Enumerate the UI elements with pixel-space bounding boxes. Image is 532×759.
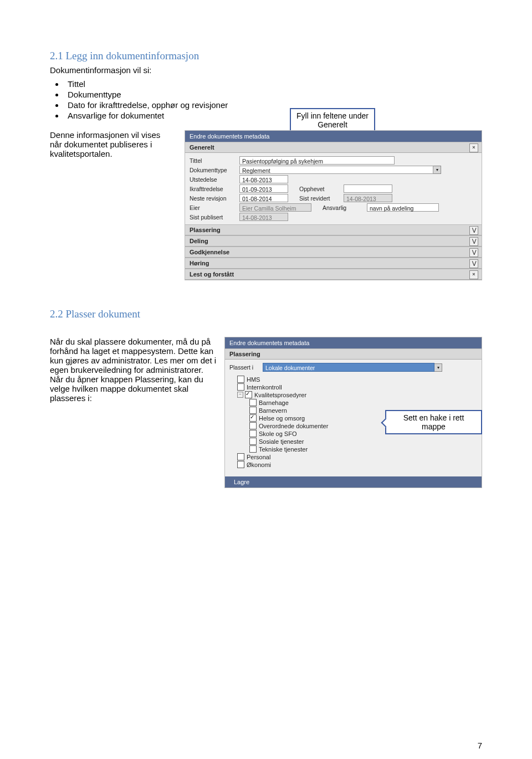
section-plassering-label: Plassering <box>229 351 260 357</box>
label-eier: Eier <box>190 204 239 211</box>
label-dokumenttype: Dokumenttype <box>190 167 239 173</box>
section-collapse-icon[interactable]: × <box>469 270 478 279</box>
tree-checkbox[interactable] <box>249 445 257 453</box>
tree-checkbox[interactable] <box>237 453 244 460</box>
label-ikrafttredelse: Ikrafttredelse <box>190 186 239 192</box>
page-number: 7 <box>478 741 482 750</box>
section-godkjennelse-label: Godkjennelse <box>190 249 229 255</box>
input-sist-revidert: 14-08-2013 <box>344 194 392 202</box>
section-plassering-label: Plassering <box>190 227 221 233</box>
tree-item[interactable]: Internkontroll <box>233 383 474 391</box>
input-utstedelse[interactable]: 14-08-2013 <box>239 175 288 183</box>
tree-item[interactable]: Økonomi <box>233 461 474 468</box>
tree-item-label: HMS <box>247 376 260 383</box>
tree-item-label: Personal <box>247 454 270 460</box>
input-sist-publisert: 14-08-2013 <box>239 213 288 221</box>
section-expand-icon[interactable]: ⋁ <box>469 237 478 246</box>
intro-text: Dokumentinformasjon vil si: <box>50 65 482 75</box>
tree-item[interactable]: Tekniske tjenester <box>233 445 474 453</box>
tree-item[interactable]: Barnehage <box>233 399 474 406</box>
label-opphevet: Opphevet <box>299 186 344 192</box>
tree-item[interactable]: Sosiale tjenester <box>233 438 474 445</box>
label-sist-publisert: Sist publisert <box>190 214 239 220</box>
section-generelt-label: Generelt <box>190 144 214 151</box>
input-opphevet[interactable] <box>344 184 392 193</box>
label-neste-revisjon: Neste revisjon <box>190 195 239 202</box>
tree-checkbox[interactable] <box>237 383 244 391</box>
input-dokumenttype[interactable]: Reglement <box>239 166 433 174</box>
tree-checkbox[interactable] <box>249 399 257 406</box>
callout-check: Sett en hake i rett mappe <box>385 410 482 434</box>
tree-checkbox[interactable] <box>249 438 257 445</box>
paragraph-2-2: Når du skal plassere dokumenter, må du p… <box>50 337 219 488</box>
section-expand-icon[interactable]: ⋁ <box>469 226 478 235</box>
section-expand-icon[interactable]: ⋁ <box>469 259 478 268</box>
tree-checkbox[interactable] <box>249 414 257 422</box>
input-neste-revisjon[interactable]: 01-08-2014 <box>239 194 288 202</box>
tree-checkbox[interactable] <box>249 430 257 437</box>
tree-item-label: Barnevern <box>259 407 287 414</box>
section-horing-label: Høring <box>190 260 209 266</box>
chevron-down-icon[interactable]: ▾ <box>433 166 441 174</box>
label-plassert-i: Plassert i <box>229 364 263 371</box>
dialog-title: Endre dokumentets metadata <box>229 340 309 346</box>
dialog-footer: Lagre <box>225 476 482 488</box>
label-tittel: Tittel <box>190 157 239 164</box>
label-sist-revidert: Sist revidert <box>299 195 344 202</box>
section-deling[interactable]: Deling ⋁ <box>185 235 482 247</box>
dialog-titlebar: Endre dokumentets metadata <box>185 131 482 142</box>
bullet-item: Dato for ikrafttredelse, opphør og revis… <box>64 100 482 110</box>
tree-item[interactable]: −Kvalitetsprosedyrer <box>233 391 474 398</box>
label-ansvarlig: Ansvarlig <box>323 204 367 211</box>
dialog-titlebar: Endre dokumentets metadata <box>225 337 482 348</box>
input-ansvarlig[interactable]: navn på avdeling <box>367 203 439 212</box>
tree-item-label: Skole og SFO <box>259 430 296 437</box>
dialog-title: Endre dokumentets metadata <box>190 133 269 140</box>
tree-checkbox[interactable] <box>237 461 244 468</box>
tree-item-label: Sosiale tjenester <box>259 438 304 445</box>
save-button[interactable]: Lagre <box>228 478 255 486</box>
section-horing[interactable]: Høring ⋁ <box>185 258 482 269</box>
bullet-item: Tittel <box>64 79 482 89</box>
input-eier: Eier Camilla Solheim <box>239 203 311 212</box>
tree-item[interactable]: Personal <box>233 453 474 460</box>
section-deling-label: Deling <box>190 238 208 244</box>
section-godkjennelse[interactable]: Godkjennelse ⋁ <box>185 247 482 258</box>
label-utstedelse: Utstedelse <box>190 176 239 183</box>
tree-checkbox[interactable] <box>237 376 244 383</box>
tree-item-label: Kvalitetsprosedyrer <box>254 392 306 398</box>
tree-item-label: Overordnede dokumenter <box>259 423 328 429</box>
tree-item-label: Helse og omsorg <box>259 415 305 422</box>
section-collapse-icon[interactable]: × <box>469 143 478 152</box>
chevron-down-icon[interactable]: ▾ <box>434 363 442 372</box>
tree-collapse-icon[interactable]: − <box>237 392 243 398</box>
section-plassering[interactable]: Plassering ⋁ <box>185 224 482 235</box>
bullet-item: Ansvarlige for dokumentet <box>64 111 482 120</box>
paragraph-2-1: Denne informasjonen vil vises når dokume… <box>50 130 175 158</box>
section-plassering[interactable]: Plassering <box>225 348 482 360</box>
tree-item[interactable]: HMS <box>233 376 474 383</box>
tree-item-label: Økonomi <box>247 461 271 468</box>
bullet-item: Dokumenttype <box>64 90 482 99</box>
dropdown-plassert-i[interactable]: Lokale dokumenter <box>263 363 434 372</box>
section-lest-label: Lest og forstått <box>190 271 234 278</box>
callout-text: Sett en hake i rett mappe <box>403 413 464 431</box>
input-tittel[interactable]: Pasientoppfølging på sykehjem <box>239 156 395 165</box>
tree-item-label: Internkontroll <box>247 384 282 391</box>
tree-checkbox[interactable] <box>249 407 257 414</box>
input-ikrafttredelse[interactable]: 01-09-2013 <box>239 184 288 193</box>
tree-checkbox[interactable] <box>245 391 252 398</box>
section-expand-icon[interactable]: ⋁ <box>469 248 478 257</box>
screenshot-metadata-dialog: Endre dokumentets metadata Generelt × Ti… <box>185 130 482 280</box>
section-lest-forstatt[interactable]: Lest og forstått × <box>185 269 482 280</box>
tree-checkbox[interactable] <box>249 422 257 429</box>
callout-fillin: Fyll inn feltene under Generelt <box>290 108 375 132</box>
callout-line-1: Fyll inn feltene under <box>296 111 369 120</box>
heading-2-2: 2.2 Plasser dokument <box>50 308 482 320</box>
bullet-list: Tittel Dokumenttype Dato for ikrafttrede… <box>64 79 482 120</box>
tree-item-label: Barnehage <box>259 399 289 406</box>
section-generelt[interactable]: Generelt × <box>185 142 482 153</box>
heading-2-1: 2.1 Legg inn dokumentinformasjon <box>50 50 482 62</box>
tree-item-label: Tekniske tjenester <box>259 446 308 453</box>
